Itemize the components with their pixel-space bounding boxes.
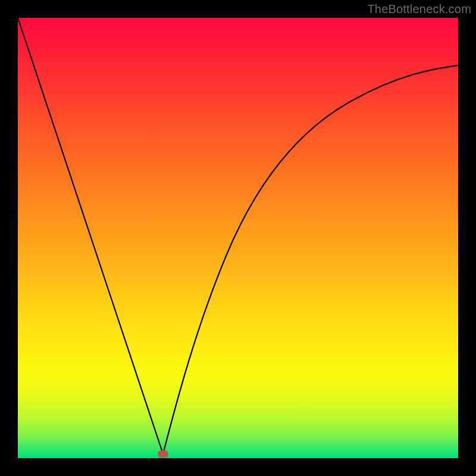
curve-right-branch (163, 65, 458, 454)
curve-left-branch (18, 18, 163, 454)
minimum-marker (158, 450, 168, 458)
watermark-text: TheBottleneck.com (367, 2, 471, 16)
chart-frame: TheBottleneck.com (0, 0, 476, 476)
plot-area (18, 18, 458, 458)
bottleneck-curve (18, 18, 458, 458)
